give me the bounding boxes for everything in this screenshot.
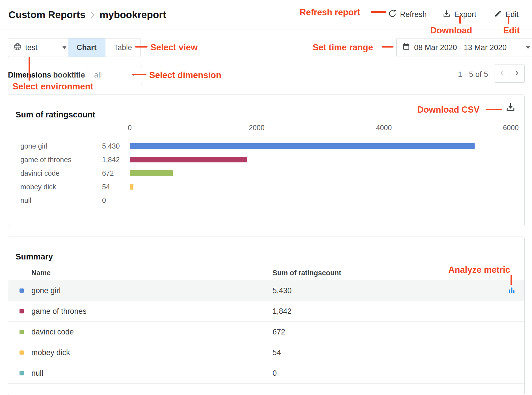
chart-row: game of thrones 1,842 xyxy=(8,153,524,166)
value-label: 1,842 xyxy=(102,156,120,164)
category-label: mobey dick xyxy=(20,183,56,191)
pagination-status: 1 - 5 of 5 xyxy=(458,70,488,79)
category-label: game of thrones xyxy=(20,156,72,164)
summary-card: Summary Name Sum of ratingscount gone gi… xyxy=(8,237,525,395)
download-icon xyxy=(442,9,451,20)
bar[interactable] xyxy=(130,157,247,162)
globe-icon xyxy=(13,42,22,53)
table-row[interactable]: mobey dick 54 xyxy=(8,342,524,363)
edit-label: Edit xyxy=(505,10,519,19)
x-axis-tick: 6000 xyxy=(503,124,519,132)
chart-row: mobey dick 54 xyxy=(8,180,524,194)
refresh-button[interactable]: Refresh xyxy=(388,0,427,29)
annotation-select-view: Select view xyxy=(150,42,198,53)
bar-chart-icon xyxy=(507,286,516,295)
table-row[interactable]: davinci code 672 xyxy=(8,322,524,342)
pagination-prev-button[interactable] xyxy=(494,65,509,82)
breadcrumb-custom-reports[interactable]: Custom Reports xyxy=(8,9,85,20)
annotation-line xyxy=(382,46,393,48)
annotation-line xyxy=(486,109,502,110)
edit-button[interactable]: Edit xyxy=(494,0,519,29)
annotation-line xyxy=(135,46,148,48)
date-range-selector[interactable]: 08 Mar 2020 - 13 Mar 2020 xyxy=(396,38,532,57)
row-value: 672 xyxy=(273,328,285,336)
chevron-left-icon xyxy=(500,70,504,77)
legend-square xyxy=(20,351,24,355)
download-icon xyxy=(505,102,516,113)
view-toggle: Chart Table xyxy=(68,38,141,57)
row-name: davinci code xyxy=(31,328,74,336)
environment-select[interactable]: test xyxy=(8,38,72,57)
annotation-edit: Edit xyxy=(503,25,520,36)
row-name: game of thrones xyxy=(31,307,86,316)
pencil-icon xyxy=(494,10,502,20)
annotation-line xyxy=(371,11,386,13)
tab-table[interactable]: Table xyxy=(105,38,141,57)
dimension-name: booktitle xyxy=(53,71,85,80)
category-label: null xyxy=(20,196,31,205)
export-label: Export xyxy=(454,10,476,19)
column-header-value: Sum of ratingscount xyxy=(273,269,341,277)
bar[interactable] xyxy=(130,170,173,176)
analyze-metric-button[interactable] xyxy=(507,286,516,295)
chart-row: davinci code 672 xyxy=(8,166,524,180)
annotation-refresh-report: Refresh report xyxy=(300,7,360,18)
value-label: 0 xyxy=(102,196,106,205)
table-header: Name Sum of ratingscount xyxy=(8,265,524,281)
pagination-next-button[interactable] xyxy=(509,65,524,82)
environment-value: test xyxy=(25,43,38,52)
x-axis-tick: 4000 xyxy=(376,124,392,132)
chevron-down-icon xyxy=(526,46,530,49)
category-label: gone girl xyxy=(20,142,47,150)
value-label: 672 xyxy=(102,169,114,177)
custom-report-page: Custom Reports mybookreport Refresh Expo… xyxy=(0,0,532,395)
pagination xyxy=(494,65,525,83)
calendar-icon xyxy=(402,43,410,53)
bar[interactable] xyxy=(130,184,133,190)
value-label: 5,430 xyxy=(102,142,120,150)
row-value: 1,842 xyxy=(273,307,292,316)
annotation-line xyxy=(29,57,30,81)
chevron-right-icon xyxy=(90,11,94,19)
refresh-icon xyxy=(388,9,397,20)
row-value: 5,430 xyxy=(273,286,292,295)
tab-chart[interactable]: Chart xyxy=(68,38,105,57)
legend-square xyxy=(20,371,24,375)
annotation-select-environment: Select environment xyxy=(12,81,93,92)
breadcrumb-report-name: mybookreport xyxy=(100,9,166,20)
annotation-select-dimension: Select dimension xyxy=(149,70,221,80)
chart-row: gone girl 5,430 xyxy=(8,139,524,153)
annotation-download: Download xyxy=(430,25,472,36)
table-row[interactable]: null 0 xyxy=(8,363,524,384)
annotation-line xyxy=(459,16,461,24)
annotation-analyze-metric: Analyze metric xyxy=(448,265,510,275)
chevron-down-icon xyxy=(62,46,66,49)
refresh-label: Refresh xyxy=(400,10,427,19)
legend-square xyxy=(20,309,24,314)
table-row[interactable]: gone girl 5,430 xyxy=(8,280,524,301)
export-button[interactable]: Export xyxy=(442,0,476,29)
download-csv-button[interactable] xyxy=(504,101,517,114)
summary-title: Summary xyxy=(16,252,53,261)
dimension-value: all xyxy=(94,71,102,80)
chart-title: Sum of ratingscount xyxy=(16,110,95,119)
chevron-right-icon xyxy=(515,70,519,77)
bar[interactable] xyxy=(130,143,475,149)
legend-square xyxy=(20,330,24,334)
legend-square xyxy=(20,289,24,293)
row-name: mobey dick xyxy=(31,348,70,357)
category-label: davinci code xyxy=(20,169,60,177)
row-name: gone girl xyxy=(31,286,61,295)
annotation-line xyxy=(508,16,509,24)
x-axis-tick: 0 xyxy=(128,124,132,132)
row-value: 0 xyxy=(273,369,277,378)
annotation-set-time-range: Set time range xyxy=(313,42,373,53)
annotation-line xyxy=(511,275,512,285)
header: Custom Reports mybookreport Refresh Expo… xyxy=(0,0,532,29)
column-header-name: Name xyxy=(31,269,51,277)
x-axis-tick: 2000 xyxy=(249,124,265,132)
date-range-value: 08 Mar 2020 - 13 Mar 2020 xyxy=(414,43,507,52)
table-row[interactable]: game of thrones 1,842 xyxy=(8,301,524,322)
breadcrumb: Custom Reports mybookreport xyxy=(8,0,166,29)
value-label: 54 xyxy=(102,183,110,191)
